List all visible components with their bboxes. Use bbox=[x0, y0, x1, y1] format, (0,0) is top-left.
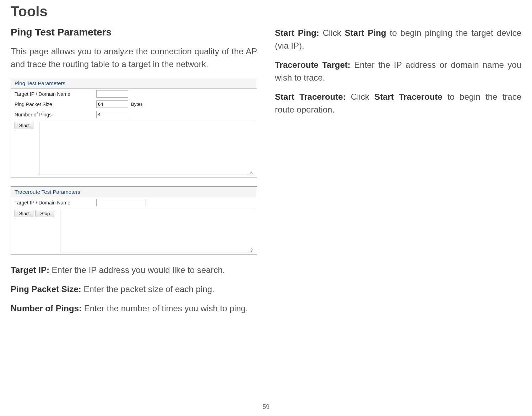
ping-packet-size-input[interactable] bbox=[96, 100, 128, 108]
def-traceroute-target-term: Traceroute Target: bbox=[275, 60, 351, 70]
ping-packet-size-unit: Bytes bbox=[131, 102, 143, 107]
ping-target-label: Target IP / Domain Name bbox=[15, 91, 96, 97]
def-number-of-pings-text: Enter the number of times you wish to pi… bbox=[82, 303, 248, 313]
ping-target-input[interactable] bbox=[96, 90, 128, 98]
page-title: Tools bbox=[11, 4, 521, 20]
traceroute-target-input[interactable] bbox=[96, 199, 146, 206]
traceroute-panel: Traceroute Test Parameters Target IP / D… bbox=[11, 186, 257, 255]
def-number-of-pings: Number of Pings: Enter the number of tim… bbox=[11, 302, 257, 315]
ping-num-label: Number of Pings bbox=[15, 112, 96, 117]
traceroute-stop-button[interactable]: Stop bbox=[36, 210, 54, 217]
def-start-traceroute-bold: Start Traceroute bbox=[374, 92, 443, 102]
traceroute-output-area[interactable]: ⋰ bbox=[60, 210, 253, 252]
def-target-ip: Target IP: Enter the IP address you woul… bbox=[11, 264, 257, 277]
def-start-ping-term: Start Ping: bbox=[275, 28, 319, 38]
ping-panel-header: Ping Test Parameters bbox=[11, 78, 257, 89]
traceroute-panel-header: Traceroute Test Parameters bbox=[11, 187, 257, 197]
section-title: Ping Test Parameters bbox=[11, 27, 257, 38]
resize-handle-icon: ⋰ bbox=[249, 170, 252, 174]
traceroute-target-label: Target IP / Domain Name bbox=[15, 200, 96, 206]
def-ping-packet-size-text: Enter the packet size of each ping. bbox=[81, 284, 215, 294]
def-ping-packet-size-term: Ping Packet Size: bbox=[11, 284, 81, 294]
traceroute-start-button[interactable]: Start bbox=[15, 210, 33, 217]
left-column: Ping Test Parameters This page allows yo… bbox=[11, 27, 257, 321]
ping-start-button[interactable]: Start bbox=[15, 122, 33, 129]
ping-num-input[interactable] bbox=[96, 111, 128, 118]
resize-handle-icon: ⋰ bbox=[249, 248, 252, 251]
def-ping-packet-size: Ping Packet Size: Enter the packet size … bbox=[11, 283, 257, 296]
def-start-ping-bold: Start Ping bbox=[345, 28, 386, 38]
def-start-ping-text1: Click bbox=[319, 28, 345, 38]
def-start-traceroute: Start Traceroute: Click Start Traceroute… bbox=[275, 91, 521, 116]
def-number-of-pings-term: Number of Pings: bbox=[11, 303, 82, 313]
ping-output-area[interactable]: ⋰ bbox=[39, 122, 253, 175]
page-number: 59 bbox=[262, 403, 270, 411]
intro-text: This page allows you to analyze the conn… bbox=[11, 45, 257, 71]
right-column: Start Ping: Click Start Ping to begin pi… bbox=[275, 27, 521, 321]
def-start-traceroute-term: Start Traceroute: bbox=[275, 92, 346, 102]
def-start-traceroute-text1: Click bbox=[346, 92, 374, 102]
def-target-ip-term: Target IP: bbox=[11, 265, 49, 275]
def-target-ip-text: Enter the IP address you would like to s… bbox=[49, 265, 225, 275]
def-start-ping: Start Ping: Click Start Ping to begin pi… bbox=[275, 27, 521, 52]
def-traceroute-target: Traceroute Target: Enter the IP address … bbox=[275, 59, 521, 84]
ping-packet-size-label: Ping Packet Size bbox=[15, 102, 96, 107]
ping-panel: Ping Test Parameters Target IP / Domain … bbox=[11, 78, 257, 177]
